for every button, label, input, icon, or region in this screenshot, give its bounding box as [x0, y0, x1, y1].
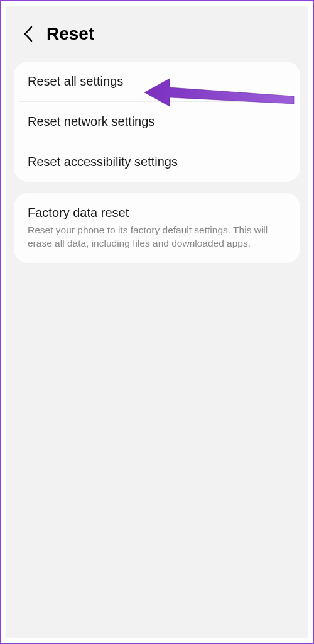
list-item-title: Factory data reset [28, 206, 286, 220]
list-item-title: Reset accessibility settings [28, 155, 286, 169]
list-item-title: Reset network settings [28, 114, 286, 129]
reset-options-group: Reset all settings Reset network setting… [14, 62, 300, 182]
back-icon[interactable] [21, 27, 35, 41]
page-title: Reset [46, 24, 94, 44]
list-item-title: Reset all settings [28, 74, 286, 89]
reset-all-settings-item[interactable]: Reset all settings [14, 62, 300, 101]
list-item-description: Reset your phone to its factory default … [28, 224, 286, 250]
reset-accessibility-settings-item[interactable]: Reset accessibility settings [14, 142, 300, 182]
header: Reset [6, 6, 308, 57]
factory-reset-group: Factory data reset Reset your phone to i… [14, 193, 300, 263]
factory-data-reset-item[interactable]: Factory data reset Reset your phone to i… [14, 193, 300, 263]
reset-network-settings-item[interactable]: Reset network settings [14, 102, 300, 142]
